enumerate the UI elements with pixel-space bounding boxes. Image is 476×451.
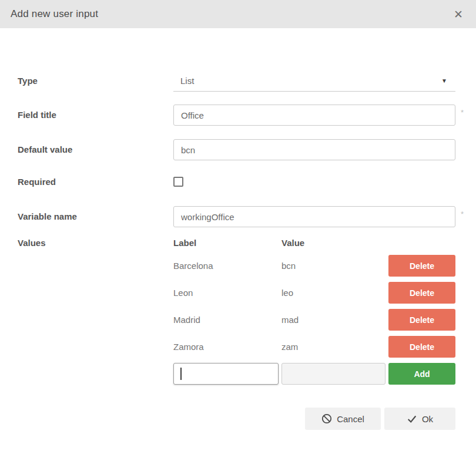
ok-button[interactable]: Ok [384, 408, 455, 430]
dialog-body: Type List ▼ Field title * Default value … [0, 70, 476, 385]
field-title-row: Field title * [18, 105, 455, 126]
type-row: Type List ▼ [18, 70, 455, 92]
dialog-title: Add new user input [11, 8, 98, 20]
add-user-input-dialog: Add new user input ✕ Type List ▼ Field t… [0, 0, 476, 430]
value-row-value: mad [281, 315, 386, 325]
values-column-header-label: Label [173, 238, 279, 250]
check-icon [407, 413, 417, 424]
variable-name-input[interactable] [173, 206, 455, 227]
values-row: Values Label Value Barcelona bcn Delete … [18, 238, 455, 385]
value-row-label: Leon [173, 288, 279, 298]
default-value-input[interactable] [173, 139, 455, 160]
type-select[interactable]: List ▼ [173, 70, 455, 92]
default-value-row: Default value [18, 139, 455, 160]
type-label: Type [18, 70, 173, 92]
value-row-value: zam [281, 342, 386, 352]
cancel-button[interactable]: Cancel [305, 408, 381, 430]
required-asterisk: * [461, 210, 464, 218]
ok-button-label: Ok [422, 414, 433, 424]
required-checkbox[interactable] [173, 177, 183, 187]
cancel-button-label: Cancel [337, 414, 364, 424]
close-icon[interactable]: ✕ [454, 9, 463, 20]
required-label: Required [18, 177, 173, 187]
new-label-input[interactable] [173, 363, 279, 385]
field-title-label: Field title [18, 105, 173, 126]
delete-button[interactable]: Delete [388, 309, 455, 331]
chevron-down-icon: ▼ [441, 78, 447, 84]
delete-button[interactable]: Delete [388, 336, 455, 358]
values-label: Values [18, 238, 173, 248]
variable-name-label: Variable name [18, 206, 173, 227]
value-row-label: Madrid [173, 315, 279, 325]
delete-button[interactable]: Delete [388, 255, 455, 277]
required-row: Required [18, 177, 455, 189]
text-caret [180, 368, 182, 380]
add-button[interactable]: Add [388, 363, 455, 385]
dialog-header: Add new user input ✕ [0, 0, 476, 28]
variable-name-row: Variable name * [18, 206, 455, 227]
delete-button[interactable]: Delete [388, 282, 455, 304]
field-title-input[interactable] [173, 105, 455, 126]
value-row-label: Zamora [173, 342, 279, 352]
new-value-input[interactable] [281, 363, 386, 385]
value-row-value: leo [281, 288, 386, 298]
default-value-label: Default value [18, 139, 173, 160]
values-column-header-actions [388, 243, 455, 245]
required-asterisk: * [461, 108, 464, 117]
value-row-value: bcn [281, 261, 386, 271]
values-column-header-value: Value [281, 238, 386, 250]
block-icon [321, 413, 332, 424]
values-grid: Label Value Barcelona bcn Delete Leon le… [173, 238, 455, 385]
dialog-footer: Cancel Ok [0, 408, 476, 430]
value-row-label: Barcelona [173, 261, 279, 271]
type-select-value: List [180, 76, 194, 86]
